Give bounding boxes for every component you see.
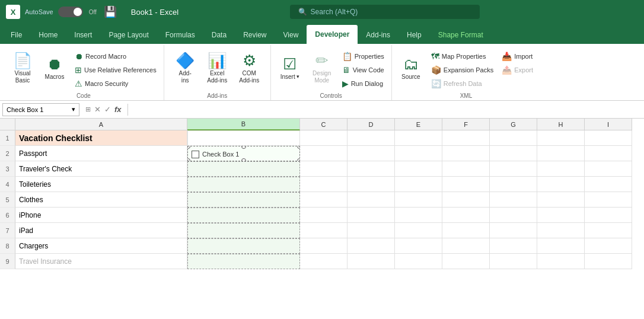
cell-b9[interactable] xyxy=(187,254,300,269)
record-macro-button[interactable]: ⏺ Record Macro xyxy=(71,50,160,63)
save-icon[interactable]: 💾 xyxy=(104,5,117,18)
cell-i5[interactable] xyxy=(585,192,632,208)
col-header-f[interactable]: F xyxy=(442,119,490,130)
cell-h9[interactable] xyxy=(537,254,585,269)
cell-e4[interactable] xyxy=(395,177,442,192)
tab-home[interactable]: Home xyxy=(30,26,66,44)
tab-data[interactable]: Data xyxy=(203,26,235,44)
cell-b6[interactable] xyxy=(187,208,300,223)
cell-c7[interactable] xyxy=(300,223,347,238)
cell-i2[interactable] xyxy=(585,146,632,161)
tab-add-ins[interactable]: Add-ins xyxy=(358,26,398,44)
cell-e8[interactable] xyxy=(395,238,442,254)
cell-a1[interactable]: Vacation Checklist xyxy=(15,130,187,146)
cell-a5[interactable]: Clothes xyxy=(15,192,187,208)
formula-input[interactable] xyxy=(130,105,642,114)
cell-g6[interactable] xyxy=(490,208,537,223)
col-header-g[interactable]: G xyxy=(490,119,537,130)
col-header-d[interactable]: D xyxy=(347,119,395,130)
cell-i1[interactable] xyxy=(585,130,632,146)
cell-c4[interactable] xyxy=(300,177,347,192)
cell-d5[interactable] xyxy=(347,192,395,208)
cell-g3[interactable] xyxy=(490,161,537,177)
cell-d8[interactable] xyxy=(347,238,395,254)
cancel-icon[interactable]: ✕ xyxy=(94,105,101,114)
cell-g4[interactable] xyxy=(490,177,537,192)
cell-c2[interactable] xyxy=(300,146,347,161)
cell-e1[interactable] xyxy=(395,130,442,146)
visual-basic-button[interactable]: 📄 VisualBasic xyxy=(7,47,38,88)
cell-f8[interactable] xyxy=(442,238,490,254)
cell-h8[interactable] xyxy=(537,238,585,254)
map-properties-button[interactable]: 🗺 Map Properties xyxy=(428,50,497,63)
cell-h6[interactable] xyxy=(537,208,585,223)
cell-c9[interactable] xyxy=(300,254,347,269)
cell-a7[interactable]: iPad xyxy=(15,223,187,238)
cell-b2[interactable]: Check Box 1 xyxy=(187,146,300,161)
col-header-c[interactable]: C xyxy=(300,119,347,130)
cell-a8[interactable]: Chargers xyxy=(15,238,187,254)
cell-i8[interactable] xyxy=(585,238,632,254)
cell-c1[interactable] xyxy=(300,130,347,146)
cell-g8[interactable] xyxy=(490,238,537,254)
cell-d6[interactable] xyxy=(347,208,395,223)
cell-a9[interactable]: Travel Insurance xyxy=(15,254,187,269)
cell-d2[interactable] xyxy=(347,146,395,161)
cell-a3[interactable]: Traveler's Check xyxy=(15,161,187,177)
cell-f1[interactable] xyxy=(442,130,490,146)
cell-h1[interactable] xyxy=(537,130,585,146)
cell-b5[interactable] xyxy=(187,192,300,208)
cell-f6[interactable] xyxy=(442,208,490,223)
cell-e7[interactable] xyxy=(395,223,442,238)
macro-security-button[interactable]: ⚠ Macro Security xyxy=(71,77,160,90)
cell-f9[interactable] xyxy=(442,254,490,269)
cell-d1[interactable] xyxy=(347,130,395,146)
cell-g2[interactable] xyxy=(490,146,537,161)
cell-e2[interactable] xyxy=(395,146,442,161)
excel-add-ins-button[interactable]: 📊 ExcelAdd-ins xyxy=(202,47,232,88)
col-header-h[interactable]: H xyxy=(537,119,585,130)
col-header-a[interactable]: A xyxy=(15,119,187,130)
cell-i9[interactable] xyxy=(585,254,632,269)
cell-g9[interactable] xyxy=(490,254,537,269)
tab-page-layout[interactable]: Page Layout xyxy=(100,26,157,44)
add-ins-button[interactable]: 🔷 Add-ins xyxy=(170,47,200,88)
properties-button[interactable]: 📋 Properties xyxy=(339,50,388,63)
cell-f5[interactable] xyxy=(442,192,490,208)
tab-review[interactable]: Review xyxy=(235,26,275,44)
insert-button[interactable]: ☑ Insert ▾ xyxy=(275,47,305,88)
cell-e9[interactable] xyxy=(395,254,442,269)
handle-tr[interactable] xyxy=(297,146,300,149)
cell-f3[interactable] xyxy=(442,161,490,177)
cell-h7[interactable] xyxy=(537,223,585,238)
expansion-packs-button[interactable]: 📦 Expansion Packs xyxy=(428,63,497,76)
cell-c5[interactable] xyxy=(300,192,347,208)
cell-h5[interactable] xyxy=(537,192,585,208)
cell-a2[interactable]: Passport xyxy=(15,146,187,161)
cell-e6[interactable] xyxy=(395,208,442,223)
use-relative-references-button[interactable]: ⊞ Use Relative References xyxy=(71,63,160,76)
cell-e5[interactable] xyxy=(395,192,442,208)
cell-b7[interactable] xyxy=(187,223,300,238)
tab-file[interactable]: File xyxy=(2,26,30,44)
cell-e3[interactable] xyxy=(395,161,442,177)
cell-b3[interactable] xyxy=(187,161,300,177)
source-button[interactable]: 🗂 Source xyxy=(396,47,426,88)
name-box-dropdown[interactable]: ▾ xyxy=(72,106,75,113)
cell-b4[interactable] xyxy=(187,177,300,192)
com-add-ins-button[interactable]: ⚙ COMAdd-ins xyxy=(234,47,264,88)
function-icon[interactable]: fx xyxy=(114,105,122,114)
cell-g1[interactable] xyxy=(490,130,537,146)
cell-i7[interactable] xyxy=(585,223,632,238)
refresh-data-button[interactable]: 🔄 Refresh Data xyxy=(428,77,497,90)
tab-help[interactable]: Help xyxy=(398,26,430,44)
cell-g7[interactable] xyxy=(490,223,537,238)
tab-view[interactable]: View xyxy=(275,26,307,44)
handle-tm[interactable] xyxy=(241,146,246,149)
tab-formulas[interactable]: Formulas xyxy=(157,26,203,44)
view-code-button[interactable]: 🖥 View Code xyxy=(339,63,388,76)
cell-h4[interactable] xyxy=(537,177,585,192)
cell-g5[interactable] xyxy=(490,192,537,208)
cell-a6[interactable]: iPhone xyxy=(15,208,187,223)
cell-d7[interactable] xyxy=(347,223,395,238)
